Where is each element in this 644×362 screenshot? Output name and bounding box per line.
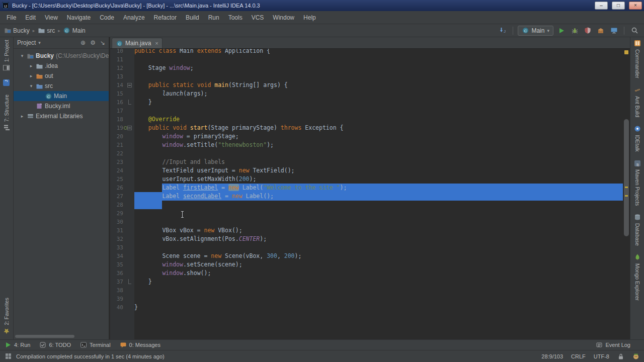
code-line-34[interactable]: Scene scene = new Scene(vBox, 300, 200);	[134, 252, 623, 260]
code-line-27[interactable]: Label secondLabel = new Label();	[134, 192, 623, 201]
menu-help[interactable]: Help	[299, 12, 320, 23]
code-line-29[interactable]	[134, 209, 623, 218]
code-line-40[interactable]: }	[134, 303, 623, 312]
tree-item-out[interactable]: ▸out	[14, 71, 109, 81]
chevron-down-icon[interactable]: ▾	[29, 83, 34, 88]
tree-item-src[interactable]: ▾src	[14, 81, 109, 91]
monitor-button[interactable]	[608, 25, 619, 36]
menu-window[interactable]: Window	[268, 12, 299, 23]
code-line-11[interactable]	[134, 55, 623, 64]
maximize-button[interactable]: □	[612, 2, 625, 10]
event-log-button[interactable]: Event Log	[596, 341, 630, 348]
menu-navigate[interactable]: Navigate	[62, 12, 95, 23]
menu-file[interactable]: File	[2, 12, 21, 23]
project-panel-title[interactable]: Project	[17, 39, 36, 46]
code-line-16[interactable]: }	[134, 98, 623, 107]
code-line-22[interactable]	[134, 149, 623, 158]
code-line-21[interactable]: window.setTitle("thenewboston");	[134, 141, 623, 149]
encoding-indicator[interactable]: UTF-8	[594, 353, 609, 359]
toolwindow-button-commander[interactable]: Commander	[634, 40, 641, 78]
toolwindow-button-6-todo[interactable]: 6: TODO	[39, 341, 71, 348]
menu-analyze[interactable]: Analyze	[119, 12, 149, 23]
toolwindow-button-database[interactable]: Database	[634, 214, 641, 246]
fold-start-icon[interactable]	[127, 83, 132, 87]
code-line-14[interactable]: public static void main(String[] args) {	[134, 81, 623, 89]
code-line-30[interactable]	[134, 218, 623, 226]
fold-end-icon[interactable]	[128, 100, 131, 105]
menu-refactor[interactable]: Refactor	[149, 12, 181, 23]
tree-item-main[interactable]: CMain	[14, 91, 109, 101]
run-configuration-select[interactable]: C Main ▾	[518, 26, 553, 36]
code-line-28[interactable]	[134, 201, 623, 209]
hector-icon-slot[interactable]	[632, 353, 639, 360]
toolwindow-button-terminal[interactable]: Terminal	[80, 341, 111, 348]
toolwindow-button-1-project[interactable]: 1: Project	[3, 40, 10, 71]
chevron-down-icon[interactable]: ▾	[20, 53, 25, 58]
scrollbar-thumb[interactable]	[624, 119, 629, 236]
close-button[interactable]: ×	[629, 2, 642, 10]
editor-scrollbar[interactable]	[623, 49, 630, 339]
status-message[interactable]: Compilation completed successfully in 1 …	[16, 353, 165, 359]
settings-gear-icon[interactable]: ⚙	[90, 39, 96, 46]
toolwindow-button-ant-build[interactable]: Ant Build	[634, 86, 641, 117]
code-line-12[interactable]: Stage window;	[134, 64, 623, 72]
code-line-18[interactable]: @Override	[134, 115, 623, 124]
toolwindow-button-idetalk[interactable]: IDEtalk	[634, 125, 641, 152]
toolwindow-button-mongo-explorer[interactable]: Mongo Explorer	[634, 254, 641, 301]
code-line-13[interactable]	[134, 72, 623, 81]
chevron-right-icon[interactable]: ▸	[20, 114, 25, 119]
breadcrumb-item-main[interactable]: CMain	[63, 27, 86, 34]
toolwindow-button-maven-projects[interactable]: mMaven Projects	[634, 160, 641, 206]
search-everywhere-button[interactable]	[629, 25, 640, 36]
tree-item-idea[interactable]: ▸.idea	[14, 61, 109, 71]
toolwindow-button-0-messages[interactable]: 0: Messages	[120, 341, 160, 348]
tree-item-bucky-iml[interactable]: Bucky.iml	[14, 101, 109, 111]
menu-code[interactable]: Code	[95, 12, 119, 23]
fold-start-icon[interactable]	[127, 126, 132, 130]
hide-panel-icon[interactable]: ↘	[100, 39, 105, 46]
code-line-39[interactable]	[134, 295, 623, 303]
update-project-button[interactable]: J	[497, 25, 508, 36]
chevron-right-icon[interactable]: ▸	[29, 73, 34, 78]
code-line-31[interactable]: VBox vBox = new VBox();	[134, 226, 623, 235]
menu-build[interactable]: Build	[181, 12, 204, 23]
warning-stripe-mark[interactable]	[625, 187, 628, 188]
caret-position[interactable]: 28:9/103	[541, 353, 563, 359]
toolwindow-button-7-structure[interactable]: 7: Structure	[3, 95, 10, 131]
editor-tab-main-java[interactable]: CMain.java×	[112, 38, 163, 48]
project-horizontal-scrollbar[interactable]	[15, 335, 74, 338]
package-button[interactable]	[595, 25, 606, 36]
lock-icon-slot[interactable]	[617, 353, 624, 360]
toolwindow-button-jtool[interactable]: J	[3, 79, 10, 86]
menu-view[interactable]: View	[40, 12, 62, 23]
code-line-10[interactable]: public class Main extends Application {	[134, 49, 623, 55]
run-button[interactable]	[556, 25, 567, 36]
code-line-38[interactable]	[134, 286, 623, 295]
code-line-26[interactable]: Label firstLabel = new Label("Welcome to…	[134, 184, 623, 192]
breadcrumb-item-src[interactable]: src	[38, 27, 55, 34]
collapse-all-icon[interactable]: ⊕	[80, 39, 86, 46]
close-tab-icon[interactable]: ×	[155, 40, 158, 46]
code-line-33[interactable]	[134, 243, 623, 252]
breadcrumb-item-bucky[interactable]: Bucky	[4, 27, 30, 34]
menu-tools[interactable]: Tools	[224, 12, 247, 23]
code-line-32[interactable]: vBox.setAlignment(Pos.CENTER);	[134, 235, 623, 243]
minimize-button[interactable]: –	[595, 2, 608, 10]
code-line-35[interactable]: window.setScene(scene);	[134, 260, 623, 269]
toolwindow-button-4-run[interactable]: 4: Run	[5, 341, 30, 348]
fold-end-icon[interactable]	[128, 279, 131, 284]
menu-run[interactable]: Run	[204, 12, 224, 23]
code-line-37[interactable]: }	[134, 278, 623, 286]
code-line-19[interactable]: public void start(Stage primaryStage) th…	[134, 124, 623, 132]
chevron-right-icon[interactable]: ▸	[29, 63, 34, 68]
code-line-36[interactable]: window.show();	[134, 269, 623, 278]
code-line-25[interactable]: userInput.setMaxWidth(200);	[134, 175, 623, 184]
toolwindow-switcher-icon-slot[interactable]	[5, 353, 12, 360]
code-line-15[interactable]: launch(args);	[134, 89, 623, 98]
code-line-17[interactable]	[134, 107, 623, 115]
warning-stripe-mark[interactable]	[625, 195, 628, 197]
menu-vcs[interactable]: VCS	[247, 12, 269, 23]
coverage-button[interactable]	[582, 25, 593, 36]
override-marker-icon[interactable]	[124, 126, 127, 130]
tree-item-external-libraries[interactable]: ▸External Libraries	[14, 111, 109, 121]
